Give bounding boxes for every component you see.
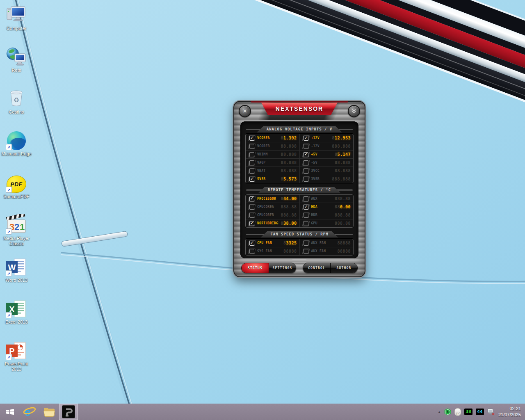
sensor-checkbox[interactable]: [248, 212, 256, 218]
sensor-checkbox[interactable]: [302, 221, 309, 226]
sensor-checkbox[interactable]: ✓: [302, 204, 309, 210]
sensor-label: PROCESSOR: [257, 197, 278, 201]
sensor-cell-hdb: HDB888.88: [299, 211, 354, 219]
sensor-label: VBAT: [257, 169, 278, 173]
nextsensor-taskbar-icon: [62, 405, 75, 418]
sensor-row: SYS FAN88888AUX FAN88888: [246, 247, 353, 255]
author-button[interactable]: AUTHOR: [330, 263, 357, 273]
sensor-value-display: 88.888: [335, 161, 351, 165]
sensor-checkbox[interactable]: ✓: [248, 221, 256, 226]
desktop-icon-label: Rete: [1, 68, 32, 73]
sensor-label: VAGP: [257, 161, 278, 164]
desktop-icon-word[interactable]: W ↗ Word 2013: [1, 255, 32, 283]
collapse-icon[interactable]: [348, 105, 360, 117]
file-explorer-button[interactable]: [39, 404, 59, 420]
sensor-checkbox[interactable]: [302, 249, 309, 254]
desktop-icon-mpc[interactable]: 3 2 1 ↗ Media Player Classic: [1, 213, 32, 247]
svg-text:1: 1: [20, 222, 25, 232]
shortcut-arrow-icon: ↗: [6, 144, 12, 150]
settings-button[interactable]: SETTINGS: [269, 263, 296, 273]
sensor-label: HDA: [311, 205, 333, 209]
sensor-checkbox[interactable]: [302, 176, 309, 182]
sensor-checkbox[interactable]: ✓: [248, 196, 256, 202]
desktop-icon-sumatrapdf[interactable]: PDF ↗ SumatraPDF: [1, 171, 32, 199]
sensor-label: +12V: [311, 136, 330, 140]
sensor-checkbox[interactable]: [248, 144, 256, 149]
sensor-checkbox[interactable]: [248, 249, 256, 254]
sensor-checkbox[interactable]: ✓: [248, 135, 256, 141]
shortcut-arrow-icon: ↗: [6, 187, 12, 193]
desktop-icon-excel[interactable]: X ↗ Excel 2013: [1, 297, 32, 325]
desktop-icon-powerpoint[interactable]: P ↗ PowerPoint 2013: [1, 339, 32, 372]
sensor-cell-vdimm: VDIMM88.888: [246, 151, 299, 158]
sensor-checkbox[interactable]: [302, 168, 309, 174]
sensor-value-display: 88888: [283, 249, 297, 253]
control-button[interactable]: CONTROL: [303, 263, 330, 273]
sensor-label: 5VSB: [257, 177, 278, 181]
taskbar-app-nextsensor[interactable]: [59, 404, 78, 420]
network-disconnected-icon[interactable]: ✕: [487, 409, 495, 415]
computer-icon: [6, 6, 27, 25]
sensor-checkbox[interactable]: ✓: [248, 176, 256, 182]
sensor-label: NORTHBRIDGE: [257, 221, 278, 225]
sensor-label: AUX FAN: [311, 249, 336, 253]
status-button[interactable]: STATUS: [242, 263, 269, 273]
klite-tray-icon[interactable]: k: [444, 409, 451, 415]
sensor-label: -12V: [311, 144, 330, 148]
desktop-icon-computer[interactable]: Computer: [1, 3, 32, 31]
sensor-cell-sys-fan: SYS FAN88888: [246, 247, 299, 255]
temp-badge-cyan[interactable]: 44: [476, 409, 484, 415]
sensor-cell-northbridge: ✓NORTHBRIDGE888.8838.00: [246, 219, 299, 227]
desktop-icon-label: Computer: [1, 26, 32, 31]
sensor-value-display: 888.8844.00: [281, 197, 297, 201]
desktop-icon-rete[interactable]: Rete: [1, 45, 32, 73]
shortcut-arrow-icon: ↗: [6, 312, 12, 318]
sensor-label: +5V: [311, 153, 333, 156]
sensor-checkbox[interactable]: ✓: [248, 240, 256, 246]
taskbar-clock[interactable]: 02:21 21/07/2025: [498, 406, 521, 418]
close-icon[interactable]: ✕: [239, 105, 251, 117]
sensor-cell-hda: ✓HDA888.880.00: [299, 203, 354, 211]
sensor-row: CPUCOREA888.88✓HDA888.880.00: [246, 203, 353, 211]
taskbar: e ▲ k × 38 44 ✕: [0, 404, 525, 420]
desktop-icon-edge[interactable]: ↗ Microsoft Edge: [1, 129, 32, 157]
sensor-checkbox[interactable]: [248, 152, 256, 158]
resize-grip[interactable]: [292, 260, 306, 263]
sensor-cell-cpu-fan: ✓CPU FAN888883325: [246, 239, 299, 247]
desktop-icon-cestino[interactable]: ♻ Cestino: [1, 87, 32, 115]
sensor-checkbox[interactable]: ✓: [302, 152, 309, 158]
sensor-checkbox[interactable]: [302, 160, 309, 166]
widget-button-bar: STATUS SETTINGS CONTROL AUTHOR: [234, 263, 365, 273]
window-header[interactable]: ✕ NEXTSENSOR: [234, 102, 365, 120]
sensor-checkbox[interactable]: [248, 168, 256, 174]
sensor-value-display: 888.88: [281, 213, 297, 217]
hidden-icons-chevron-icon[interactable]: ▲: [438, 410, 441, 414]
sensor-checkbox[interactable]: [302, 240, 309, 246]
sensor-value-display: 888.88: [335, 221, 351, 226]
sensor-cell-cpucorea: CPUCOREA888.88: [246, 203, 299, 211]
sensor-label: CPUCOREA: [257, 205, 278, 209]
section-voltages: ANALOG VOLTAGE INPUTS / V ✓VCOREA88.8881…: [245, 126, 354, 183]
sensor-value-display: 88.888: [281, 169, 297, 173]
start-button[interactable]: [0, 404, 20, 420]
sensor-value-display: 888.88: [335, 197, 351, 201]
sensor-label: AUX: [311, 197, 333, 201]
sensor-label: 3VCC: [311, 169, 333, 173]
sensor-checkbox[interactable]: [248, 204, 256, 210]
sensor-checkbox[interactable]: [248, 160, 256, 166]
sensor-label: CPUCOREB: [257, 213, 278, 217]
sensor-value-display: 888.888: [332, 177, 351, 181]
sensor-checkbox[interactable]: [302, 212, 309, 218]
sensor-checkbox[interactable]: [302, 144, 309, 149]
sensor-row: VAGP88.888-5V88.888: [246, 158, 353, 167]
sensor-row: VCOREB88.888-12V888.888: [246, 142, 353, 150]
sensor-checkbox[interactable]: ✓: [302, 135, 309, 141]
clock-date: 21/07/2025: [498, 412, 521, 418]
sensor-cell-5vsb: ✓5VSB88.8885.573: [246, 175, 299, 183]
file-explorer-icon: [43, 406, 55, 417]
internet-explorer-button[interactable]: e: [20, 404, 39, 420]
temp-badge-green[interactable]: 38: [464, 409, 472, 415]
white-utility-tray-icon[interactable]: ×: [454, 408, 461, 416]
sensor-checkbox[interactable]: [302, 196, 309, 202]
sensor-label: VCOREA: [257, 136, 278, 140]
